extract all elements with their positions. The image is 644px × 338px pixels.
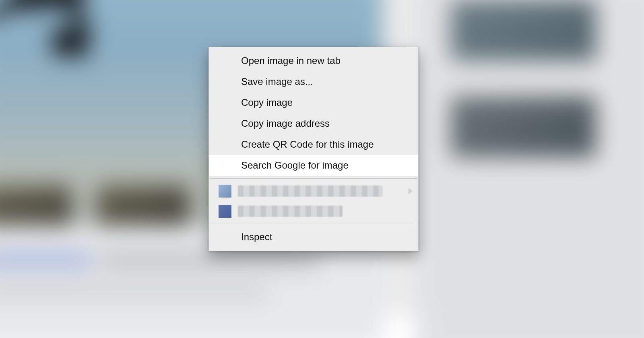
menu-item-create-qr-code[interactable]: Create QR Code for this image <box>209 134 418 155</box>
submenu-chevron-icon <box>409 188 413 194</box>
menu-item-label: Create QR Code for this image <box>241 139 374 150</box>
menu-item-save-image-as[interactable]: Save image as... <box>209 71 418 92</box>
extension-icon <box>219 185 231 198</box>
menu-item-label: Copy image address <box>241 118 330 129</box>
menu-separator <box>210 178 417 179</box>
menu-item-inspect[interactable]: Inspect <box>209 227 418 247</box>
menu-item-extension-redacted-2[interactable] <box>209 201 418 221</box>
menu-item-copy-image-address[interactable]: Copy image address <box>209 113 418 134</box>
menu-item-label: Search Google for image <box>241 160 349 171</box>
menu-item-label: Copy image <box>241 97 293 108</box>
extension-icon <box>219 205 231 218</box>
menu-item-label: Save image as... <box>241 76 313 87</box>
menu-item-open-image-new-tab[interactable]: Open image in new tab <box>209 50 418 71</box>
redacted-text <box>238 185 383 197</box>
menu-item-copy-image[interactable]: Copy image <box>209 92 418 113</box>
image-context-menu: Open image in new tab Save image as... C… <box>208 47 419 251</box>
menu-item-label: Open image in new tab <box>241 55 341 66</box>
menu-item-extension-redacted-1[interactable] <box>209 181 418 201</box>
menu-item-label: Inspect <box>241 231 272 242</box>
menu-item-search-google-for-image[interactable]: Search Google for image <box>209 155 418 176</box>
redacted-text <box>238 206 343 217</box>
menu-separator <box>210 224 417 224</box>
